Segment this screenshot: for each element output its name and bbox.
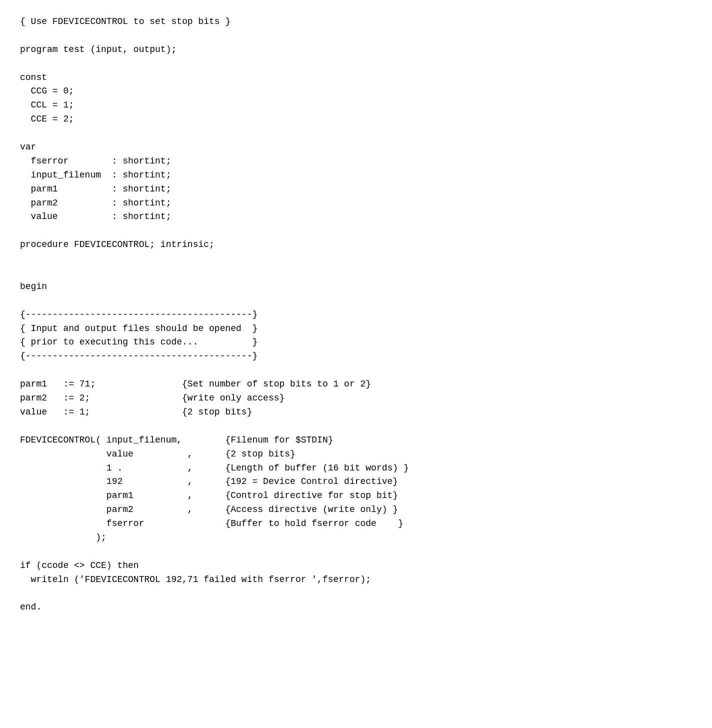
code-display: { Use FDEVICECONTROL to set stop bits } … (20, 15, 692, 614)
